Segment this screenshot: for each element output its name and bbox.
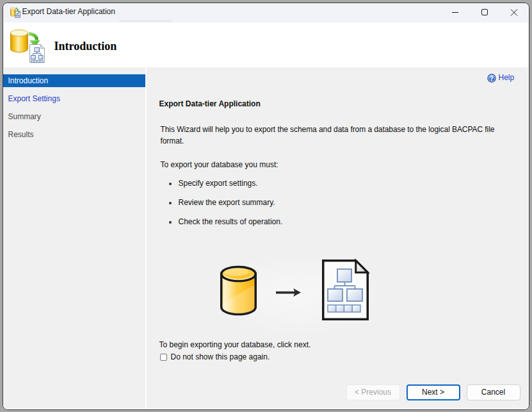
svg-text:?: ? bbox=[489, 74, 493, 81]
